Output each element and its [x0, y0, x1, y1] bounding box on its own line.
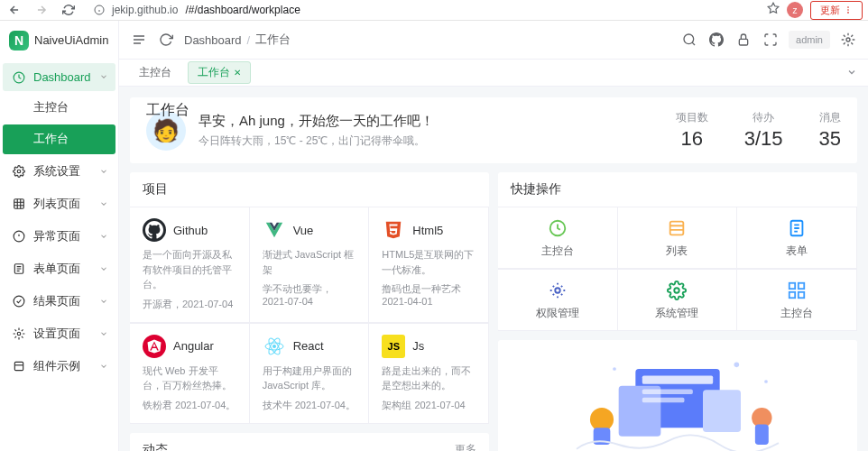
project-cell-vue[interactable]: Vue 渐进式 JavaScript 框架 学不动也要学，2021-07-04	[250, 207, 370, 323]
svg-point-23	[675, 288, 680, 293]
breadcrumb-item[interactable]: Dashboard	[184, 33, 242, 47]
project-cell-angular[interactable]: Angular 现代 Web 开发平台，百万粉丝热捧。 铁粉君 2021-07-…	[130, 323, 250, 424]
project-name: Github	[173, 224, 208, 237]
form-icon	[785, 216, 808, 240]
lock-icon[interactable]	[734, 31, 753, 49]
menu-list-page[interactable]: 列表页面	[3, 189, 115, 219]
tabs-menu-icon[interactable]	[846, 65, 857, 81]
svg-point-12	[684, 34, 694, 44]
app-header: Dashboard / 工作台 admin	[119, 21, 868, 60]
svg-rect-32	[642, 390, 693, 395]
project-cell-react[interactable]: React 用于构建用户界面的 JavaScript 库。 技术牛 2021-0…	[250, 323, 370, 424]
page-title: 工作台	[146, 101, 189, 120]
fullscreen-icon[interactable]	[762, 31, 780, 49]
menu-sys-settings[interactable]: 系统设置	[3, 156, 115, 187]
project-desc: 现代 Web 开发平台，百万粉丝热捧。	[143, 364, 236, 393]
project-foot: 开源君，2021-07-04	[143, 298, 236, 311]
angular-icon	[143, 335, 166, 358]
svg-rect-13	[739, 39, 747, 45]
quick-op-perm[interactable]: 权限管理	[498, 269, 618, 331]
illustration-card	[498, 340, 857, 451]
menu-result-page[interactable]: 结果页面	[3, 286, 115, 317]
project-name: Vue	[293, 224, 314, 237]
update-button[interactable]: 更新	[810, 1, 863, 20]
forward-button[interactable]	[32, 1, 51, 19]
profile-avatar[interactable]: z	[787, 2, 803, 18]
back-button[interactable]	[5, 1, 23, 19]
settings-icon[interactable]	[839, 31, 857, 49]
chevron-down-icon	[99, 360, 108, 373]
vue-icon	[263, 218, 286, 242]
quick-op-dash2[interactable]: 主控台	[737, 269, 857, 331]
check-icon	[12, 295, 26, 308]
svg-point-5	[17, 170, 21, 173]
stat-todo: 待办 3/15	[744, 110, 783, 151]
chevron-down-icon	[99, 262, 108, 276]
more-link[interactable]: 更多	[455, 442, 476, 451]
tab-workplace[interactable]: 工作台 ✕	[188, 61, 251, 84]
browser-toolbar: jekip.github.io/#/dashboard/workplace z …	[0, 0, 868, 21]
dash2-icon	[785, 279, 808, 302]
svg-point-38	[734, 363, 740, 368]
settings-icon	[12, 165, 26, 178]
svg-rect-27	[799, 292, 804, 298]
reload-button[interactable]	[60, 1, 78, 19]
quick-op-list[interactable]: 列表	[618, 207, 738, 269]
logo[interactable]: N NaiveUiAdmin	[0, 21, 118, 60]
url-path: /#/dashboard/workplace	[185, 4, 300, 16]
quick-op-label: 系统管理	[655, 306, 698, 321]
html5-icon	[382, 218, 405, 242]
project-desc: 路是走出来的，而不是空想出来的。	[382, 364, 476, 393]
breadcrumb-item[interactable]: 工作台	[255, 32, 291, 48]
bookmark-icon[interactable]	[767, 2, 780, 18]
menu-exception[interactable]: 异常页面	[3, 221, 115, 252]
svg-point-15	[272, 345, 276, 348]
menu-workplace[interactable]: 工作台	[3, 124, 115, 154]
refresh-icon[interactable]	[157, 31, 175, 49]
search-icon[interactable]	[680, 31, 698, 49]
menu-form-page[interactable]: 表单页面	[3, 253, 115, 284]
close-icon[interactable]: ✕	[234, 68, 241, 78]
user-badge[interactable]: admin	[789, 31, 830, 49]
chevron-down-icon	[99, 165, 108, 179]
project-cell-html5[interactable]: Html5 HTML5是互联网的下一代标准。 撸码也是一种艺术 2021-04-…	[369, 207, 489, 323]
quick-op-form[interactable]: 表单	[737, 207, 857, 269]
project-desc: 用于构建用户界面的 JavaScript 库。	[263, 364, 356, 393]
sidebar: N NaiveUiAdmin Dashboard 主控台 工作台 系统设置 列表…	[0, 21, 119, 451]
project-desc: 是一个面向开源及私有软件项目的托管平台。	[143, 247, 236, 292]
project-name: Js	[412, 339, 424, 353]
tab-home[interactable]: 主控台	[130, 62, 180, 83]
url-bar[interactable]: jekip.github.io/#/dashboard/workplace	[87, 4, 758, 16]
collapse-sidebar-icon[interactable]	[130, 31, 148, 49]
quick-op-sysmgr[interactable]: 系统管理	[618, 269, 738, 331]
site-info-icon	[94, 5, 105, 15]
chevron-down-icon	[99, 198, 108, 211]
svg-rect-33	[642, 398, 685, 403]
quick-op-dashboard[interactable]: 主控台	[498, 207, 618, 269]
svg-point-9	[14, 296, 24, 307]
quickops-card: 快捷操作 主控台 列表 表单 权限管理 系统管理 主控台	[498, 172, 857, 331]
project-cell-github[interactable]: Github 是一个面向开源及私有软件项目的托管平台。 开源君，2021-07-…	[130, 207, 250, 323]
greeting-title: 早安，Ah jung，开始您一天的工作吧！	[199, 113, 434, 130]
dashboard-icon	[546, 216, 569, 240]
menu-dashboard[interactable]: Dashboard	[3, 63, 115, 91]
chevron-down-icon	[99, 295, 108, 308]
project-desc: HTML5是互联网的下一代标准。	[382, 247, 476, 277]
illustration-image	[551, 344, 804, 451]
svg-point-14	[846, 38, 850, 41]
menu-home[interactable]: 主控台	[3, 93, 115, 123]
project-foot: 技术牛 2021-07-04。	[263, 399, 356, 412]
sysmgr-icon	[665, 279, 688, 302]
github-icon[interactable]	[707, 31, 725, 49]
project-cell-js[interactable]: JS Js 路是走出来的，而不是空想出来的。 架构组 2021-07-04	[369, 323, 489, 424]
projects-card: 项目 Github 是一个面向开源及私有软件项目的托管平台。 开源君，2021-…	[130, 172, 489, 424]
react-icon	[263, 335, 286, 358]
stat-projects: 项目数 16	[676, 110, 708, 151]
section-title: 快捷操作	[511, 181, 561, 198]
activity-card: 动态 更多	[130, 433, 489, 452]
url-host: jekip.github.io	[112, 4, 178, 16]
svg-rect-26	[790, 292, 795, 298]
menu-settings-page[interactable]: 设置页面	[3, 318, 115, 349]
project-foot: 撸码也是一种艺术 2021-04-01	[382, 282, 476, 307]
menu-component-demo[interactable]: 组件示例	[3, 351, 115, 382]
